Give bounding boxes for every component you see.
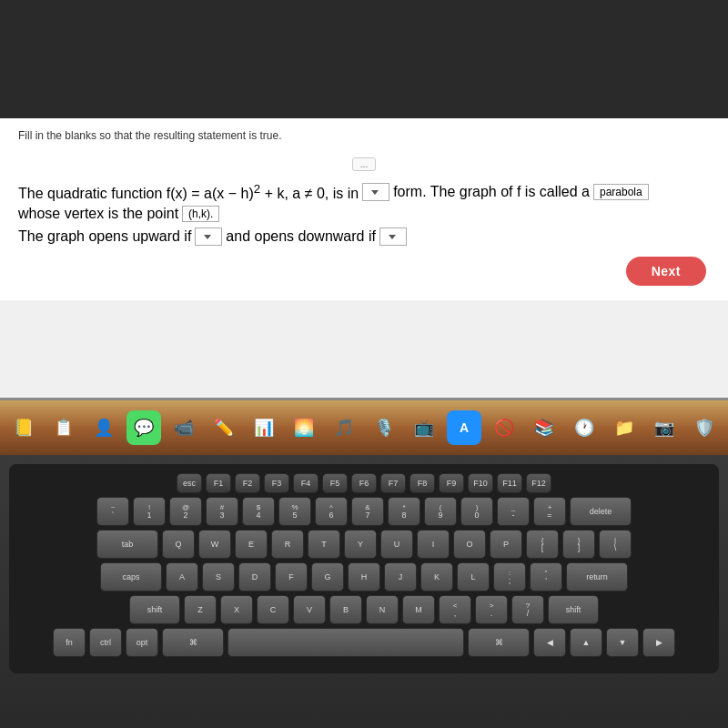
key-s[interactable]: S <box>202 562 235 592</box>
key-lbracket[interactable]: {[ <box>526 530 559 559</box>
key-n[interactable]: N <box>366 595 399 624</box>
key-cmd-left[interactable]: ⌘ <box>162 628 224 657</box>
key-w[interactable]: W <box>198 530 231 559</box>
key-t[interactable]: T <box>308 530 340 559</box>
key-semicolon[interactable]: :; <box>493 562 526 592</box>
q1-text-vertex: whose vertex is the point <box>18 206 178 222</box>
key-8[interactable]: *8 <box>388 497 420 526</box>
key-f8[interactable]: F8 <box>410 473 435 493</box>
dock-icon-photos[interactable]: 🌅 <box>287 410 321 445</box>
key-r[interactable]: R <box>271 530 304 559</box>
dock-icon-music[interactable]: 🎵 <box>327 410 361 445</box>
dock-icon-notes[interactable]: 📒 <box>6 410 41 445</box>
key-right-arrow[interactable]: ▶ <box>642 628 675 657</box>
dock-icon-camera[interactable]: 📷 <box>647 410 682 445</box>
key-f3[interactable]: F3 <box>264 473 289 493</box>
key-f1[interactable]: F1 <box>206 473 231 493</box>
key-slash[interactable]: ?/ <box>511 595 544 624</box>
key-comma[interactable]: <, <box>439 595 471 624</box>
dock-icon-facetime[interactable]: 📹 <box>167 410 201 445</box>
key-b[interactable]: B <box>329 595 362 624</box>
key-f2[interactable]: F2 <box>235 473 260 493</box>
key-9[interactable]: (9 <box>424 497 457 526</box>
key-u[interactable]: U <box>380 530 413 559</box>
key-backtick[interactable]: ~` <box>96 497 129 526</box>
dock-icon-contacts[interactable]: 👤 <box>86 410 121 445</box>
key-f9[interactable]: F9 <box>439 473 464 493</box>
key-o[interactable]: O <box>453 530 486 559</box>
key-h[interactable]: H <box>348 562 380 592</box>
key-option[interactable]: opt <box>126 628 158 657</box>
key-f10[interactable]: F10 <box>468 473 493 493</box>
dropdown-form[interactable] <box>362 183 389 201</box>
key-4[interactable]: $4 <box>242 497 275 526</box>
key-tab[interactable]: tab <box>96 530 158 559</box>
key-p[interactable]: P <box>490 530 522 559</box>
key-cmd-right[interactable]: ⌘ <box>468 628 530 657</box>
key-quote[interactable]: "' <box>530 562 562 592</box>
key-5[interactable]: %5 <box>278 497 311 526</box>
key-f[interactable]: F <box>275 562 308 592</box>
dropdown-upward[interactable] <box>195 228 222 246</box>
key-ctrl[interactable]: ctrl <box>89 628 122 657</box>
key-y[interactable]: Y <box>344 530 377 559</box>
key-space[interactable] <box>228 628 464 657</box>
key-lshift[interactable]: shift <box>129 595 180 624</box>
dock-icon-reminders[interactable]: 📋 <box>46 410 81 445</box>
key-up-arrow[interactable]: ▲ <box>570 628 602 657</box>
dock-icon-calendar[interactable]: 📅 <box>0 410 1 445</box>
key-x[interactable]: X <box>220 595 253 624</box>
key-f12[interactable]: F12 <box>526 473 551 493</box>
dock-icon-messages[interactable]: 💬 <box>126 410 161 445</box>
dock-icon-podcasts[interactable]: 🎙️ <box>367 410 401 445</box>
key-esc[interactable]: esc <box>177 473 202 493</box>
key-f5[interactable]: F5 <box>322 473 348 493</box>
key-7[interactable]: &7 <box>351 497 384 526</box>
key-f7[interactable]: F7 <box>380 473 406 493</box>
dock-icon-chart[interactable]: 📊 <box>247 410 281 445</box>
next-button[interactable]: Next <box>626 257 706 286</box>
dropdown-downward[interactable] <box>379 228 407 246</box>
key-rbracket[interactable]: }] <box>562 530 595 559</box>
dock-icon-clock[interactable]: 🕐 <box>567 410 602 445</box>
key-z[interactable]: Z <box>184 595 217 624</box>
key-m[interactable]: M <box>402 595 435 624</box>
key-g[interactable]: G <box>311 562 344 592</box>
key-f4[interactable]: F4 <box>293 473 318 493</box>
key-period[interactable]: >. <box>475 595 508 624</box>
key-e[interactable]: E <box>235 530 268 559</box>
key-down-arrow[interactable]: ▼ <box>606 628 639 657</box>
key-2[interactable]: @2 <box>169 497 202 526</box>
key-k[interactable]: K <box>420 562 453 592</box>
key-capslock[interactable]: caps <box>100 562 162 592</box>
key-0[interactable]: )0 <box>460 497 493 526</box>
dock-icon-appletv[interactable]: 📺 <box>407 410 441 445</box>
key-v[interactable]: V <box>293 595 326 624</box>
key-6[interactable]: ^6 <box>315 497 348 526</box>
key-equals[interactable]: += <box>533 497 566 526</box>
key-rshift[interactable]: shift <box>548 595 599 624</box>
dock-icon-shield[interactable]: 🛡️ <box>687 410 722 445</box>
key-a[interactable]: A <box>166 562 198 592</box>
dock-icon-folder[interactable]: 📁 <box>607 410 642 445</box>
key-j[interactable]: J <box>384 562 417 592</box>
key-3[interactable]: #3 <box>206 497 238 526</box>
key-backslash[interactable]: |\ <box>599 530 632 559</box>
dock-icon-appstore[interactable]: A <box>447 410 481 445</box>
key-c[interactable]: C <box>257 595 289 624</box>
key-1[interactable]: !1 <box>133 497 166 526</box>
key-fn[interactable]: fn <box>53 628 86 657</box>
key-i[interactable]: I <box>417 530 450 559</box>
key-return[interactable]: return <box>566 562 628 592</box>
key-q[interactable]: Q <box>162 530 195 559</box>
key-d[interactable]: D <box>238 562 271 592</box>
key-minus[interactable]: _- <box>497 497 530 526</box>
dock-icon-books[interactable]: 📚 <box>527 410 561 445</box>
key-f11[interactable]: F11 <box>497 473 522 493</box>
key-f6[interactable]: F6 <box>351 473 377 493</box>
dock-icon-pencil[interactable]: ✏️ <box>207 410 241 445</box>
key-l[interactable]: L <box>457 562 490 592</box>
key-left-arrow[interactable]: ◀ <box>533 628 566 657</box>
key-delete[interactable]: delete <box>570 497 632 526</box>
dock-icon-block[interactable]: 🚫 <box>487 410 521 445</box>
